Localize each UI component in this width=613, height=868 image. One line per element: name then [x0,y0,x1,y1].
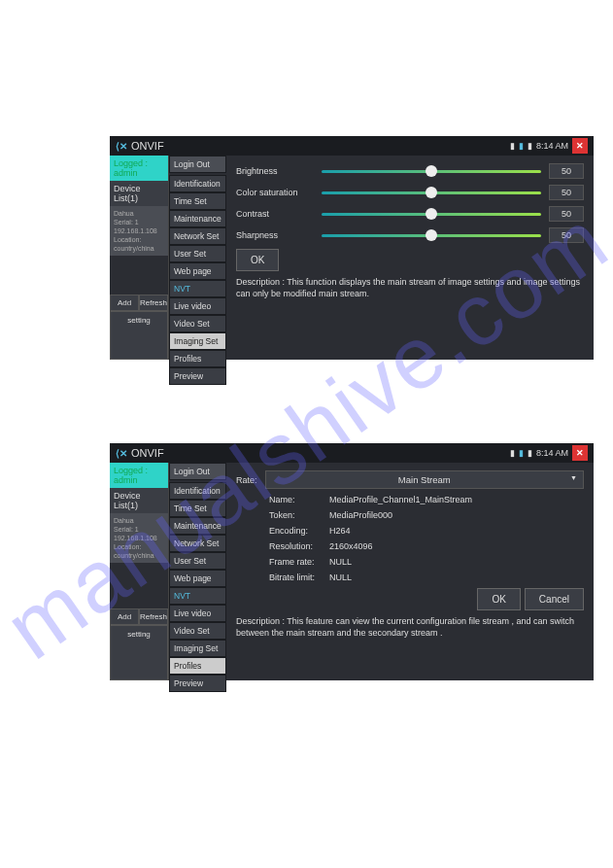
menu-profiles[interactable]: Profiles [169,350,226,367]
sharpness-slider[interactable] [322,234,541,237]
screenshot-imaging-set: ⟨✕ ONVIF ▮ ▮ ▮ 8:14 AM ✕ Logged : admin … [110,136,594,360]
device-serial: Serial: 1 [114,218,164,226]
menu-network-set[interactable]: Network Set [169,535,226,552]
device-list-header[interactable]: Device List(1) [110,181,168,206]
slider-thumb-icon[interactable] [426,208,437,220]
refresh-button[interactable]: Refresh [139,295,168,311]
menu-user-set[interactable]: User Set [169,245,226,262]
device-info[interactable]: Dahua Serial: 1 192.168.1.108 Location: … [110,513,168,563]
slider-sharpness: Sharpness 50 [236,227,584,243]
menu-live-video[interactable]: Live video [169,605,226,622]
ok-button[interactable]: OK [236,249,279,271]
device-location: Location: country/china [114,542,164,560]
description-text: Description : This function displays the… [236,277,584,299]
setting-button[interactable]: setting [110,625,168,680]
main-panel: Brightness 50 Color saturation 50 Contra… [226,156,594,360]
status-icons: ▮ ▮ ▮ 8:14 AM ✕ [510,445,588,461]
clock-text: 8:14 AM [536,448,568,458]
saturation-label: Color saturation [236,188,314,197]
sharpness-label: Sharpness [236,230,314,240]
menu-preview[interactable]: Preview [169,367,226,385]
refresh-button[interactable]: Refresh [139,608,168,625]
bitrate-value: NULL [329,573,352,582]
device-ip: 192.168.1.108 [114,534,164,542]
slider-thumb-icon[interactable] [426,187,437,198]
menu-nvt[interactable]: NVT [169,587,226,605]
screenshot-profiles: ⟨✕ ONVIF ▮ ▮ ▮ 8:14 AM ✕ Logged : admin … [110,443,594,680]
brightness-label: Brightness [236,166,314,176]
device-list-header[interactable]: Device List(1) [110,488,168,513]
left-panel: Logged : admin Device List(1) Dahua Seri… [110,463,168,680]
menu-preview[interactable]: Preview [169,675,226,692]
app-title: ONVIF [131,140,510,152]
device-ip: 192.168.1.108 [114,226,164,235]
slider-brightness: Brightness 50 [236,163,584,179]
menu-identification[interactable]: Identification [169,482,226,500]
slider-thumb-icon[interactable] [426,229,437,241]
menu-nvt[interactable]: NVT [169,280,226,297]
app-title: ONVIF [131,447,510,459]
contrast-value: 50 [549,206,584,222]
sd-card-icon: ▮ [510,448,515,458]
device-name: Dahua [114,209,164,218]
rate-select[interactable]: Main Stream [265,470,584,489]
app-logo-icon: ⟨✕ [116,141,127,152]
menu-network-set[interactable]: Network Set [169,227,226,245]
close-icon[interactable]: ✕ [572,138,588,154]
menu-maintenance[interactable]: Maintenance [169,210,226,227]
sd-card-icon: ▮ [510,141,515,151]
name-value: MediaProfile_Channel1_MainStream [329,495,472,504]
network-icon: ▮ [519,141,524,151]
menu-web-page[interactable]: Web page [169,570,226,587]
logout-button[interactable]: Login Out [169,463,226,480]
cancel-button[interactable]: Cancel [525,588,584,610]
menu-time-set[interactable]: Time Set [169,500,226,517]
setting-button[interactable]: setting [110,311,168,360]
brightness-value: 50 [549,163,584,179]
menu-identification[interactable]: Identification [169,175,226,192]
slider-saturation: Color saturation 50 [236,185,584,200]
menu-maintenance[interactable]: Maintenance [169,517,226,535]
sharpness-value: 50 [549,227,584,243]
add-button[interactable]: Add [110,295,139,311]
encoding-value: H264 [329,526,351,536]
clock-text: 8:14 AM [536,141,568,151]
device-location: Location: country/china [114,235,164,253]
bitrate-key: Bitrate limit: [269,573,324,582]
ok-button[interactable]: OK [477,588,520,610]
logout-button[interactable]: Login Out [169,156,226,173]
logged-label: Logged : admin [110,463,168,488]
close-icon[interactable]: ✕ [572,445,588,461]
rate-row: Rate: Main Stream [236,470,584,489]
menu-user-set[interactable]: User Set [169,552,226,570]
titlebar: ⟨✕ ONVIF ▮ ▮ ▮ 8:14 AM ✕ [110,443,594,463]
contrast-slider[interactable] [322,213,541,216]
menu-video-set[interactable]: Video Set [169,315,226,332]
menu-live-video[interactable]: Live video [169,297,226,315]
menu-panel: Login Out Identification Time Set Mainte… [168,156,226,360]
left-panel: Logged : admin Device List(1) Dahua Seri… [110,156,168,360]
framerate-key: Frame rate: [269,557,324,567]
slider-thumb-icon[interactable] [426,165,437,177]
titlebar: ⟨✕ ONVIF ▮ ▮ ▮ 8:14 AM ✕ [110,136,594,156]
menu-panel: Login Out Identification Time Set Mainte… [168,463,226,680]
network-icon: ▮ [519,448,524,458]
menu-imaging-set[interactable]: Imaging Set [169,640,226,657]
menu-video-set[interactable]: Video Set [169,622,226,640]
brightness-slider[interactable] [322,170,541,173]
saturation-slider[interactable] [322,191,541,194]
menu-time-set[interactable]: Time Set [169,192,226,210]
contrast-label: Contrast [236,209,314,219]
slider-contrast: Contrast 50 [236,206,584,222]
battery-icon: ▮ [528,448,532,458]
menu-web-page[interactable]: Web page [169,262,226,280]
menu-imaging-set[interactable]: Imaging Set [169,332,226,350]
device-name: Dahua [114,516,164,525]
add-button[interactable]: Add [110,608,139,625]
encoding-key: Encoding: [269,526,324,536]
menu-profiles[interactable]: Profiles [169,657,226,675]
main-panel: Rate: Main Stream Name:MediaProfile_Chan… [226,463,594,680]
resolution-key: Resolution: [269,541,324,551]
token-key: Token: [269,510,324,520]
device-info[interactable]: Dahua Serial: 1 192.168.1.108 Location: … [110,206,168,256]
